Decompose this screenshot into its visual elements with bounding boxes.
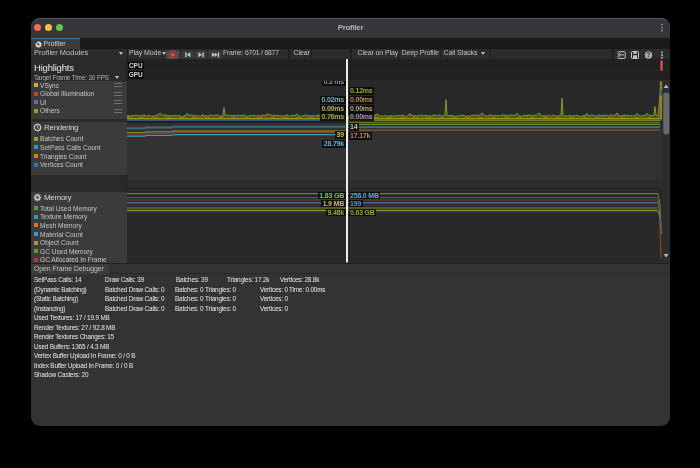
svg-text:?: ? [647,51,651,58]
